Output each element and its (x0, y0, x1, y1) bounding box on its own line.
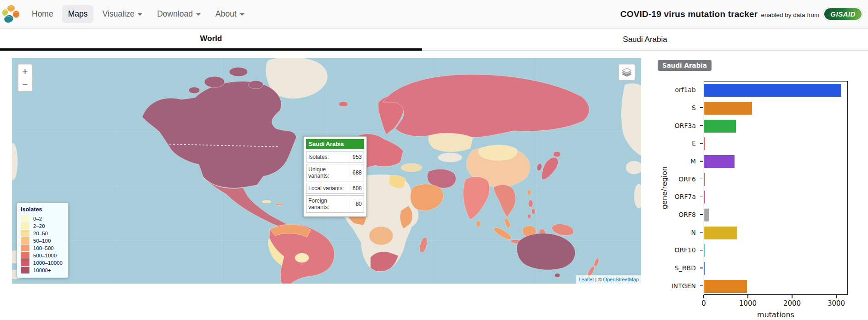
bar-orf7a (704, 191, 705, 204)
tooltip-stats-table: Isolates:953Unique variants:688Local var… (306, 150, 364, 214)
x-tick (836, 295, 837, 298)
legend-item: 1000–10000 (21, 259, 64, 266)
map-legend: Isolates 0–22–2020–5050–100100–500500–10… (17, 203, 69, 278)
y-category-label-e: E (654, 134, 700, 152)
app-logo-icon[interactable] (2, 4, 22, 25)
x-tick-label-2000: 2000 (783, 299, 801, 308)
y-category-label-intgen: INTGEN (654, 277, 700, 295)
nav-link-about[interactable]: About (209, 5, 250, 23)
chart-title-badge: Saudi Arabia (658, 60, 712, 71)
bar-orf3a (704, 120, 736, 133)
tooltip-row: Unique variants:688 (306, 164, 364, 181)
bar-e (704, 137, 705, 150)
y-tick (700, 90, 703, 91)
y-tick (700, 214, 703, 215)
y-tick (700, 285, 703, 286)
gisaid-logo[interactable]: GISAID (823, 7, 862, 21)
nav-link-maps[interactable]: Maps (62, 5, 94, 23)
chart-plot-area (704, 81, 848, 295)
tab-saudi-arabia[interactable]: Saudi Arabia (422, 29, 868, 51)
legend-item: 20–50 (21, 230, 64, 237)
tooltip-row-label: Unique variants: (306, 164, 349, 181)
legend-item: 50–100 (21, 237, 64, 244)
legend-label: 0–2 (33, 216, 42, 221)
page-subtitle: enabled by data from (761, 12, 819, 18)
legend-item: 100–500 (21, 244, 64, 251)
map-zoom-control: + − (17, 64, 33, 92)
y-tick (700, 179, 703, 180)
y-category-label-orf10: ORF10 (654, 241, 700, 259)
y-tick (700, 250, 703, 251)
legend-swatch (21, 267, 29, 273)
chevron-down-icon (138, 13, 142, 16)
y-tick (700, 107, 703, 108)
tooltip-row-label: Foreign variants: (306, 195, 349, 213)
chart-x-axis-label: mutations (704, 310, 848, 319)
bar-orf8 (704, 209, 709, 221)
tooltip-row-label: Isolates: (306, 151, 349, 163)
country-info-tooltip: Saudi Arabia Isolates:953Unique variants… (303, 136, 367, 217)
legend-item: 10000+ (21, 267, 64, 273)
legend-swatch (21, 252, 29, 259)
tooltip-row-value: 608 (349, 183, 364, 194)
zoom-in-button[interactable]: + (18, 64, 32, 78)
x-tick-label-0: 0 (701, 299, 706, 308)
zoom-out-button[interactable]: − (18, 78, 32, 91)
y-tick (700, 143, 703, 144)
tooltip-row-value: 688 (349, 164, 364, 181)
tab-bar: World Saudi Arabia (0, 29, 868, 51)
legend-label: 10000+ (33, 268, 51, 273)
legend-swatch (21, 230, 29, 237)
x-tick (792, 295, 793, 298)
world-choropleth-map[interactable]: + − Isolates 0–22–2020–5050–100100–50050… (12, 58, 641, 284)
layers-icon (621, 66, 633, 78)
attribution-separator: | © (595, 277, 602, 282)
legend-item: 2–20 (21, 222, 64, 229)
y-tick (700, 161, 703, 162)
mutations-bar-chart: Saudi Arabia gene/region orf1abSORF3aEMO… (654, 59, 868, 320)
bar-n (704, 227, 737, 239)
y-category-label-orf7a: ORF7a (654, 188, 700, 206)
main-nav: HomeMapsVisualizeDownloadAbout (26, 5, 250, 23)
legend-swatch (21, 237, 29, 244)
nav-link-download[interactable]: Download (151, 5, 207, 23)
layers-control-button[interactable] (618, 64, 636, 81)
page-title: COVID-19 virus mutation tracker (620, 9, 758, 19)
tooltip-row: Isolates:953 (306, 151, 364, 163)
bar-orf1ab (704, 84, 841, 97)
legend-label: 50–100 (33, 238, 51, 244)
legend-item: 0–2 (21, 215, 64, 222)
navbar-right: COVID-19 virus mutation tracker enabled … (620, 7, 862, 21)
y-category-label-orf8: ORF8 (654, 206, 700, 224)
y-category-label-s: S (654, 99, 700, 117)
bar-s_rbd (704, 262, 705, 275)
legend-label: 1000–10000 (33, 260, 63, 266)
tooltip-row: Local variants:608 (306, 183, 364, 194)
nav-link-visualize[interactable]: Visualize (96, 5, 148, 23)
tooltip-row: Foreign variants:80 (306, 195, 364, 213)
bar-m (704, 155, 735, 168)
leaflet-link[interactable]: Leaflet (579, 277, 594, 282)
legend-swatch (21, 222, 29, 229)
bar-orf6 (704, 173, 705, 186)
legend-label: 2–20 (33, 223, 45, 229)
x-tick-label-1000: 1000 (739, 299, 757, 308)
x-tick (703, 295, 704, 298)
legend-label: 100–500 (33, 245, 54, 251)
y-category-label-orf6: ORF6 (654, 170, 700, 188)
nav-link-home[interactable]: Home (26, 5, 59, 23)
tooltip-row-label: Local variants: (306, 183, 349, 194)
legend-label: 500–1000 (33, 253, 57, 258)
openstreetmap-link[interactable]: OpenStreetMap (603, 277, 639, 282)
chevron-down-icon (196, 13, 201, 16)
tab-world[interactable]: World (0, 29, 422, 51)
y-tick (700, 197, 703, 198)
bar-s (704, 102, 752, 115)
y-category-label-s_rbd: S_RBD (654, 259, 700, 277)
y-category-label-orf1ab: orf1ab (654, 81, 700, 99)
y-tick (700, 125, 703, 126)
legend-swatch (21, 244, 29, 251)
y-category-label-n: N (654, 223, 700, 241)
y-category-label-orf3a: ORF3a (654, 116, 700, 134)
navbar: HomeMapsVisualizeDownloadAbout COVID-19 … (0, 0, 868, 29)
